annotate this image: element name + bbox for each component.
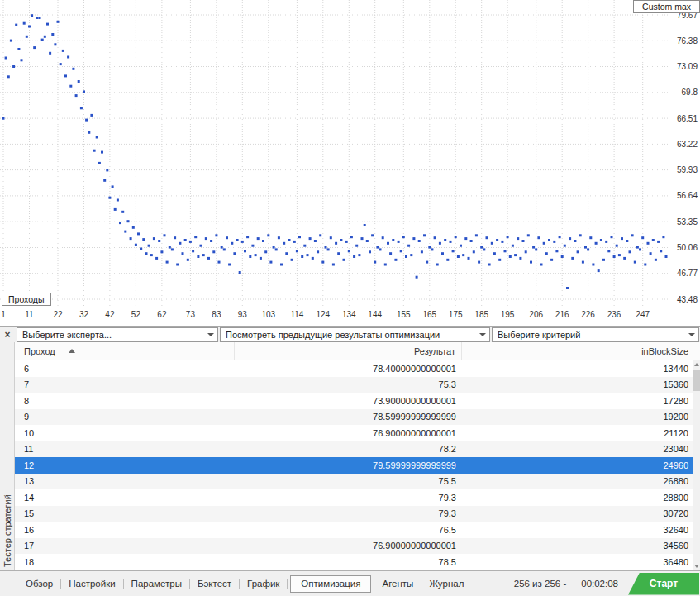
scatter-point <box>369 250 371 253</box>
cell-pass: 9 <box>15 409 235 426</box>
table-row[interactable]: 775.315360 <box>15 377 700 393</box>
cell-result: 78.59999999999999 <box>235 409 462 426</box>
cell-result: 79.59999999999999 <box>235 457 462 474</box>
scatter-point <box>507 236 509 238</box>
table-row[interactable]: 1579.330720 <box>15 506 700 522</box>
optimization-chart[interactable]: 79.6776.3873.0969.866.5163.2259.9356.645… <box>0 0 700 326</box>
scatter-point <box>407 245 410 247</box>
cell-pass: 8 <box>15 393 235 409</box>
table-header: Проход Результат inBlockSize <box>15 342 700 360</box>
scatter-point <box>464 237 467 240</box>
x-tick-label: 134 <box>342 310 356 319</box>
bottom-tab[interactable]: График <box>240 575 287 592</box>
bottom-tab[interactable]: Параметры <box>124 575 189 592</box>
column-header-inblocksize[interactable]: inBlockSize <box>462 342 700 360</box>
scatter-point <box>327 248 330 250</box>
scatter-point <box>561 255 564 258</box>
bottom-tab[interactable]: Оптимизация <box>290 575 371 593</box>
scatter-point <box>298 236 301 238</box>
scatter-point <box>405 255 407 258</box>
scatter-point <box>647 242 650 245</box>
table-row[interactable]: 1878.536480 <box>15 554 700 570</box>
scatter-point <box>233 252 236 255</box>
scatter-point <box>660 250 662 252</box>
x-tick-label: 52 <box>131 310 141 319</box>
scatter-point <box>418 240 421 242</box>
scatter-point <box>602 259 605 261</box>
table-row[interactable]: 873.9000000000000117280 <box>15 393 700 409</box>
scatter-point <box>473 250 475 253</box>
scatter-point <box>7 75 10 78</box>
scatter-point <box>559 236 561 238</box>
cell-block: 13440 <box>462 360 700 377</box>
bottom-tab[interactable]: Настройки <box>61 575 122 592</box>
scatter-point <box>392 239 394 241</box>
scatter-point <box>455 236 457 238</box>
table-row[interactable]: 1375.526880 <box>15 474 700 490</box>
bottom-tab[interactable]: Бэктест <box>190 575 239 592</box>
optimization-toolbar: × Выберите эксперта... Посмотреть предыд… <box>0 326 700 342</box>
previous-results-select[interactable]: Посмотреть предыдущие результаты оптимиз… <box>220 327 490 342</box>
start-button[interactable]: Старт <box>628 573 699 595</box>
scatter-point <box>441 252 444 255</box>
scatter-point <box>291 259 293 261</box>
scatter-point <box>249 255 251 258</box>
table-row[interactable]: 1479.328800 <box>15 489 700 506</box>
column-header-result[interactable]: Результат <box>235 342 462 360</box>
column-header-pass[interactable]: Проход <box>15 342 235 360</box>
scatter-point <box>595 242 598 245</box>
close-button[interactable]: × <box>0 327 15 342</box>
scatter-point <box>394 259 397 261</box>
sort-ascending-icon <box>69 349 75 353</box>
scatter-point <box>246 236 249 238</box>
scatter-point <box>223 248 226 250</box>
bottom-tab[interactable]: Обзор <box>18 575 60 592</box>
scatter-point <box>421 250 423 253</box>
scroll-down-icon[interactable] <box>693 562 700 570</box>
scatter-point <box>153 237 155 240</box>
expert-select[interactable]: Выберите эксперта... <box>17 327 218 342</box>
scatter-point <box>124 231 126 233</box>
table-row[interactable]: 1178.223040 <box>15 441 700 458</box>
scatter-point <box>337 252 340 255</box>
bottom-tab[interactable]: Агенты <box>374 575 421 592</box>
optimization-scatter-chart[interactable]: 79.6776.3873.0969.866.5163.2259.9356.645… <box>0 0 700 324</box>
scatter-point <box>616 245 618 247</box>
scatter-point <box>21 59 23 61</box>
scatter-point <box>158 240 160 242</box>
x-tick-label: 155 <box>397 310 411 319</box>
x-tick-label: 175 <box>449 310 463 319</box>
scatter-point <box>155 257 158 260</box>
scatter-point <box>605 241 607 243</box>
scatter-point <box>470 240 473 242</box>
table-row[interactable]: 978.5999999999999919200 <box>15 409 700 426</box>
scroll-up-icon[interactable] <box>693 360 700 369</box>
scatter-point <box>205 237 207 240</box>
scroll-thumb[interactable] <box>693 370 700 391</box>
criterion-select[interactable]: Выберите критерий <box>492 327 699 342</box>
bottom-tab[interactable]: Журнал <box>421 575 471 592</box>
table-row[interactable]: 1279.5999999999999924960 <box>15 457 700 474</box>
table-row[interactable]: 678.4000000000000113440 <box>15 360 700 377</box>
results-section: Тестер стратегий Проход Результат inBloc… <box>0 342 700 570</box>
scatter-point <box>187 259 189 261</box>
scatter-point <box>325 246 327 249</box>
table-row[interactable]: 1676.532640 <box>15 522 700 538</box>
status-area: 256 из 256 - 00:02:08 <box>514 579 618 589</box>
cell-pass: 7 <box>15 377 235 393</box>
table-scrollbar[interactable] <box>693 360 700 570</box>
scatter-point <box>652 239 655 241</box>
scatter-point <box>121 211 124 213</box>
cell-pass: 10 <box>15 425 235 441</box>
x-tick-label: 206 <box>529 310 543 319</box>
scatter-point <box>62 50 64 52</box>
scatter-point <box>462 254 464 256</box>
table-row[interactable]: 1776.9000000000000134560 <box>15 538 700 555</box>
scatter-point <box>650 252 652 255</box>
scatter-point <box>169 246 171 249</box>
cell-pass: 12 <box>15 457 235 474</box>
scatter-point <box>525 250 527 253</box>
scatter-point <box>321 261 324 264</box>
scatter-point <box>202 254 205 256</box>
table-row[interactable]: 1076.9000000000000121120 <box>15 425 700 441</box>
